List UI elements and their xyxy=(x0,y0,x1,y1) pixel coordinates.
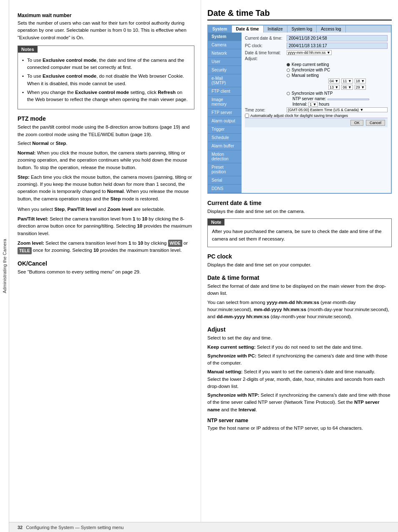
note-item-2: To use Exclusive control mode, do not di… xyxy=(22,73,190,87)
ntp-server-input[interactable] xyxy=(327,99,369,100)
date-format-body: Select the format of date and time to be… xyxy=(207,283,392,297)
tab-system[interactable]: System xyxy=(208,25,232,33)
radio-ntp[interactable]: Synchronize with NTP xyxy=(287,91,388,96)
ntp-server-label: NTP server name: xyxy=(292,96,327,101)
ok-button[interactable]: OK xyxy=(350,120,363,126)
notes-list: To use Exclusive control mode, the date … xyxy=(22,55,190,107)
sidebar-label: Administrating the Camera xyxy=(2,239,7,293)
date-format-select[interactable]: yyyy-mm-dd hh:mm:ss ▼ xyxy=(287,50,332,55)
note-item-1: To use Exclusive control mode, the date … xyxy=(22,57,190,71)
nav-email[interactable]: e-Mail (SMTP) xyxy=(208,74,242,87)
main-title: Date & time Tab xyxy=(207,8,392,20)
pantilt-desc: Pan/Tilt level: Select the camera transi… xyxy=(18,215,194,237)
year-select[interactable]: 04 ▼ xyxy=(328,79,340,84)
tab-system-log[interactable]: System log xyxy=(287,25,317,33)
tele-btn[interactable]: TELE xyxy=(18,247,32,254)
nav-preset[interactable]: Preset position xyxy=(208,163,242,176)
nav-alarm-buffer[interactable]: Alarm buffer xyxy=(208,142,242,150)
page-sidebar: Administrating the Camera xyxy=(0,0,9,532)
note-box: Note After you have purchased the camera… xyxy=(207,218,392,247)
max-wait-title: Maximum wait number xyxy=(18,13,194,18)
notes-header: Notes xyxy=(18,46,38,53)
pc-clock-row: PC clock: 2004/11/18 13:16:17 xyxy=(245,43,388,49)
ntp-server-row: NTP server name: xyxy=(292,96,388,101)
radio-keep-label: Keep current setting xyxy=(292,62,329,67)
radio-sync-pc[interactable]: Synchronize with PC xyxy=(287,68,388,72)
screenshot-settings: Current date & time: 2004/11/18 20:14:58… xyxy=(242,33,391,193)
sec-select[interactable]: 29 ▼ xyxy=(355,85,366,90)
pc-clock-title: PC clock xyxy=(207,253,392,260)
page-number: 32 xyxy=(18,525,23,530)
nav-trigger[interactable]: Trigger xyxy=(208,125,242,134)
nav-ddns[interactable]: DDNS xyxy=(208,185,242,193)
adjust-title: Adjust xyxy=(207,326,392,333)
month-select[interactable]: 11 ▼ xyxy=(341,79,353,84)
tab-initialize[interactable]: Initialize xyxy=(264,25,287,33)
nav-system[interactable]: System xyxy=(208,33,242,41)
manual-def: Manual setting: Select if you want to se… xyxy=(207,368,392,390)
nav-motion-detection[interactable]: Motion detection xyxy=(208,150,242,163)
step-desc: Step: Each time you click the mouse butt… xyxy=(18,174,194,203)
zoom-desc: Zoom level: Select the camera transition… xyxy=(18,240,194,254)
selectable-note: When you select Step, Pan/Tilt level and… xyxy=(18,206,194,213)
ptz-title: PTZ mode xyxy=(18,115,194,122)
right-column: Date & time Tab System Date & time Initi… xyxy=(201,0,398,532)
nav-serial[interactable]: Serial xyxy=(208,176,242,185)
cancel-button[interactable]: Cancel xyxy=(366,120,385,126)
keep-def: Keep current setting: Select if you do n… xyxy=(207,344,392,351)
date-format-row: Date & time format: yyyy-mm-dd hh:mm:ss … xyxy=(245,50,388,55)
timezone-row: Time zone: (GMT-05:00) Eastern Time (US … xyxy=(245,107,388,112)
normal-desc: Normal: When you click the mouse button,… xyxy=(18,149,194,171)
auto-adjust-checkbox[interactable] xyxy=(245,114,249,118)
date-format-body2: You can select from among yyyy-mm-dd hh:… xyxy=(207,299,392,321)
nav-ftp-server[interactable]: FTP server xyxy=(208,109,242,117)
pc-clock-label: PC clock: xyxy=(245,43,287,48)
ptz-select: Select Normal or Step. xyxy=(18,140,194,147)
radio-keep[interactable]: Keep current setting xyxy=(287,62,388,67)
ok-cancel-body: See "Buttons common to every setting men… xyxy=(18,269,194,276)
interval-row: Interval: 1 ▼ hours xyxy=(292,102,388,106)
pc-clock-value: 2004/11/18 13:16:17 xyxy=(287,43,388,49)
date-format-title: Date & time format xyxy=(207,274,392,281)
radio-sync-pc-label: Synchronize with PC xyxy=(292,68,330,72)
nav-network[interactable]: Network xyxy=(208,49,242,58)
adjust-body: Select to set the day and time. xyxy=(207,334,392,342)
timezone-select[interactable]: (GMT-05:00) Eastern Time (US & Canada) ▼ xyxy=(287,107,388,112)
ok-cancel-title: OK/Cancel xyxy=(18,260,194,267)
note-item-3: When you change the Exclusive control mo… xyxy=(22,89,190,104)
current-date-value: 2004/11/18 20:14:58 xyxy=(287,35,388,41)
date-format-label: Date & time format: xyxy=(245,51,287,55)
adjust-label: Adjust: xyxy=(245,56,287,61)
current-date-row: Current date & time: 2004/11/18 20:14:58 xyxy=(245,35,388,41)
wide-btn[interactable]: WIDE xyxy=(168,240,182,247)
nav-image-memory[interactable]: Image memory xyxy=(208,96,242,109)
nav-user[interactable]: User xyxy=(208,58,242,66)
nav-schedule[interactable]: Schedule xyxy=(208,134,242,142)
radio-manual-label: Manual setting xyxy=(292,73,319,78)
auto-adjust-label: Automatically adjust clock for daylight … xyxy=(250,114,348,118)
radio-manual[interactable]: Manual setting xyxy=(287,73,388,78)
nav-ftp-client[interactable]: FTP client xyxy=(208,87,242,96)
radio-ntp-label: Synchronize with NTP xyxy=(292,91,333,96)
nav-alarm-output[interactable]: Alarm output xyxy=(208,117,242,125)
interval-unit: hours xyxy=(319,102,330,106)
tab-date-time[interactable]: Date & time xyxy=(232,25,264,33)
current-date-body: Displays the date and time set on the ca… xyxy=(207,208,392,215)
sync-pc-def: Synchronize with PC: Select if synchroni… xyxy=(207,352,392,367)
current-date-title: Current date & time xyxy=(207,200,392,206)
day-select[interactable]: 18 ▼ xyxy=(355,79,366,84)
notes-box: Notes To use Exclusive control mode, the… xyxy=(18,46,194,110)
nav-camera[interactable]: Camera xyxy=(208,41,242,49)
ptz-intro: Select the pan/tilt control mode using t… xyxy=(18,124,194,138)
radio-group: Keep current setting Synchronize with PC… xyxy=(287,62,388,106)
tab-access-log[interactable]: Access log xyxy=(317,25,345,33)
main-content: Maximum wait number Sets the number of u… xyxy=(9,0,398,532)
radio-ntp-dot xyxy=(287,92,290,95)
min-select[interactable]: 06 ▼ xyxy=(341,85,353,90)
screenshot-nav: System Camera Network User Security e-Ma… xyxy=(208,33,242,193)
interval-label: Interval: xyxy=(292,102,308,106)
radio-manual-dot xyxy=(287,74,290,77)
interval-select[interactable]: 1 ▼ xyxy=(308,102,317,107)
nav-security[interactable]: Security xyxy=(208,66,242,74)
hour-select[interactable]: 13 ▼ xyxy=(328,85,340,90)
